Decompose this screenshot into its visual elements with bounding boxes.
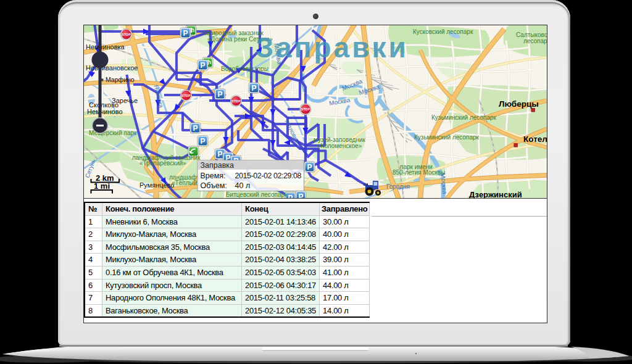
svg-text:Воробьёвы горы: Воробьёвы горы — [221, 65, 268, 72]
svg-text:Битцевский лесопарк: Битцевский лесопарк — [226, 191, 288, 198]
svg-text:Заправки: Заправки — [256, 31, 408, 64]
svg-text:STOP: STOP — [181, 94, 191, 97]
svg-text:«Коломенское»: «Коломенское» — [317, 143, 362, 149]
svg-text:STOP: STOP — [301, 107, 310, 111]
svg-text:Немчиновка: Немчиновка — [86, 43, 125, 51]
svg-text:P: P — [251, 84, 256, 93]
svg-text:1 mi: 1 mi — [94, 181, 110, 191]
svg-text:STOP: STOP — [231, 99, 241, 103]
svg-text:Румянцево: Румянцево — [139, 181, 174, 189]
svg-text:P: P — [298, 192, 303, 199]
svg-text:лесопар: лесопар — [523, 38, 547, 44]
svg-text:P: P — [193, 124, 198, 133]
svg-text:Новоивановское: Новоивановское — [86, 64, 138, 72]
svg-text:P: P — [307, 163, 312, 172]
svg-text:STOP: STOP — [122, 33, 131, 36]
svg-text:Немчиново: Немчиново — [87, 108, 123, 115]
svg-text:Марфино: Марфино — [106, 76, 135, 83]
svg-text:Люберцы: Люберцы — [499, 99, 539, 109]
svg-text:P: P — [288, 194, 293, 199]
svg-text:«Тропарёвский»: «Тропарёвский» — [139, 160, 186, 167]
svg-text:«Тёплый: «Тёплый — [172, 180, 197, 186]
svg-text:P: P — [217, 150, 222, 159]
svg-text:Котельн: Котельн — [523, 134, 547, 144]
svg-text:Кузьминский лесопарк: Кузьминский лесопарк — [431, 114, 497, 121]
svg-text:Кусковский лесопарк: Кусковский лесопарк — [413, 28, 473, 35]
svg-text:2015-02-02 02:29:08: 2015-02-02 02:29:08 — [235, 172, 302, 180]
svg-text:P: P — [200, 61, 205, 70]
svg-text:Объем:: Объем: — [201, 181, 227, 190]
svg-text:P: P — [217, 90, 222, 99]
svg-text:850-летия Москвы: 850-летия Москвы — [393, 169, 445, 176]
svg-text:Время:: Время: — [201, 172, 226, 180]
svg-text:P: P — [183, 29, 188, 38]
svg-text:Дзержинский: Дзержинский — [469, 190, 522, 199]
svg-text:40 л: 40 л — [235, 181, 251, 190]
svg-text:Заправка: Заправка — [201, 161, 235, 170]
svg-text:Городня: Городня — [386, 183, 410, 190]
svg-text:Кузьминский лесопарк: Кузьминский лесопарк — [414, 134, 480, 141]
svg-text:P: P — [200, 137, 205, 146]
